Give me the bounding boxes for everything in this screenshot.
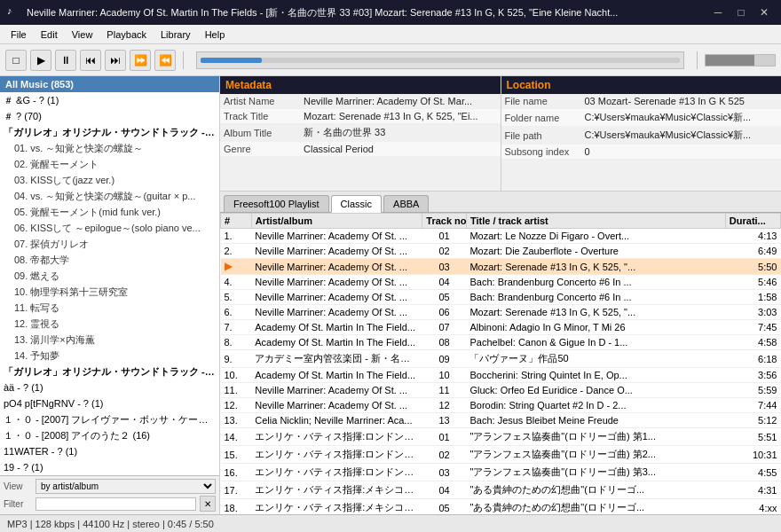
playlist-row-8[interactable]: 9.アカデミー室内管弦楽団 - 新・名曲の...09「パヴァーヌ」作品506:1… (221, 350, 781, 368)
sidebar-item-3[interactable]: 01. vs. ～知覚と快楽の螺旋～ (0, 140, 219, 156)
playlist-row-10[interactable]: 11.Neville Marriner: Academy Of St. ...1… (221, 383, 781, 398)
play-button[interactable]: ▶ (30, 50, 51, 71)
menu-help[interactable]: Help (198, 27, 233, 42)
maximize-button[interactable]: □ (731, 3, 751, 22)
cell-track-4: 05 (422, 290, 467, 305)
main-container: All Music (853) ＃ &G - ? (1)＃ ? (70)「ガリレ… (0, 76, 781, 514)
volume-slider[interactable] (705, 54, 776, 66)
tab-2[interactable]: ABBA (383, 195, 429, 212)
menu-view[interactable]: View (65, 27, 100, 42)
sidebar-item-9[interactable]: 07. 探偵ガリレオ (0, 236, 219, 252)
menu-file[interactable]: File (4, 27, 34, 42)
sidebar-item-16[interactable]: 14. 予知夢 (0, 348, 219, 364)
volume-fill (706, 55, 754, 66)
cell-num-0: 1. (221, 229, 252, 244)
sidebar-item-20[interactable]: １・０ - [2007] フレイヴァー・ボッサ・ケース～オレ... (0, 411, 219, 427)
playlist-row-4[interactable]: 5.Neville Marriner: Academy Of St. ...05… (221, 290, 781, 305)
sidebar-item-17[interactable]: 「ガリレオ」オリジナル・サウンドトラック - 「ガリレ... (0, 364, 219, 379)
col-header-0[interactable]: # (221, 214, 252, 229)
sidebar-tree[interactable]: ＃ &G - ? (1)＃ ? (70)「ガリレオ」オリジナル・サウンドトラック… (0, 92, 219, 475)
playlist-row-15[interactable]: 16.エンリケ・バティス指揮:ロンドン交響楽...03"アランフェス協奏曲"(ロ… (221, 464, 781, 481)
sidebar-item-15[interactable]: 13. 湯川学×内海薫 (0, 332, 219, 348)
sidebar-item-12[interactable]: 10. 物理学科第十三研究室 (0, 284, 219, 300)
col-header-4[interactable]: Durati... (725, 214, 780, 229)
playlist-row-11[interactable]: 12.Neville Marriner: Academy Of St. ...1… (221, 398, 781, 413)
cell-duration-13: 5:51 (725, 428, 780, 446)
playlist-row-17[interactable]: 18.エンリケ・バティス指揮:メキシコ国立交...05"ある貴紳のための幻想曲"… (221, 499, 781, 515)
cell-duration-4: 1:58 (725, 290, 780, 305)
prev-button[interactable]: ⏮ (80, 50, 101, 71)
playlist-row-3[interactable]: 4.Neville Marriner: Academy Of St. ...04… (221, 275, 781, 290)
sidebar-item-5[interactable]: 03. KISSして(jazz ver.) (0, 172, 219, 188)
playlist-container[interactable]: #Artist/albumTrack noTitle / track artis… (220, 213, 781, 514)
menu-edit[interactable]: Edit (34, 27, 65, 42)
view-select[interactable]: by artist/albumby artistby albumby genre… (36, 479, 216, 494)
pause-button[interactable]: ⏸ (55, 50, 76, 71)
cell-duration-17: 4:xx (725, 499, 780, 515)
filter-clear-button[interactable]: ✕ (200, 496, 216, 512)
tab-0[interactable]: Freesoft100 Playlist (224, 195, 329, 212)
sidebar-item-2[interactable]: 「ガリレオ」オリジナル・サウンドトラック - [2007] (0, 124, 219, 140)
playlist-row-1[interactable]: 2.Neville Marriner: Academy Of St. ...02… (221, 244, 781, 259)
cell-num-15: 16. (221, 464, 252, 481)
cell-title-8: 「パヴァーヌ」作品50 (466, 350, 725, 368)
playlist-row-0[interactable]: 1.Neville Marriner: Academy Of St. ...01… (221, 229, 781, 244)
cell-track-10: 11 (422, 383, 467, 398)
filter-label: Filter (4, 499, 32, 509)
meta-field-value-3: 0 (581, 145, 782, 160)
playlist-row-16[interactable]: 17.エンリケ・バティス指揮:メキシコ国立交...04"ある貴紳のための幻想曲"… (221, 481, 781, 499)
playlist-row-6[interactable]: 7.Academy Of St. Martin In The Field...0… (221, 320, 781, 335)
sidebar-item-21[interactable]: １・０ - [2008] アイのうた２ (16) (0, 427, 219, 443)
fastforward-button[interactable]: ⏩ (130, 50, 151, 71)
meta-field-name-2: Album Title (220, 124, 300, 142)
minimize-button[interactable]: ─ (708, 3, 728, 22)
rewind-button[interactable]: ⏪ (154, 50, 176, 71)
cell-title-1: Mozart: Die Zauberflote - Overture (466, 244, 725, 259)
sidebar-item-10[interactable]: 08. 帝都大学 (0, 252, 219, 268)
sidebar-item-6[interactable]: 04. vs. ～知覚と快楽の螺旋～(guitar × p... (0, 188, 219, 204)
playlist-row-12[interactable]: 13.Celia Nicklin; Neville Marriner: Aca.… (221, 413, 781, 428)
filter-input[interactable] (36, 497, 196, 511)
close-button[interactable]: ✕ (754, 3, 774, 22)
cell-artist-0: Neville Marriner: Academy Of St. ... (251, 229, 422, 244)
menu-library[interactable]: Library (154, 27, 198, 42)
menu-playback[interactable]: Playback (99, 27, 154, 42)
tab-1[interactable]: Classic (331, 195, 382, 213)
sidebar-item-1[interactable]: ＃ ? (70) (0, 108, 219, 124)
play-indicator: ▶ (225, 261, 232, 271)
playlist-row-9[interactable]: 10.Academy Of St. Martin In The Field...… (221, 368, 781, 383)
meta-field-value-3: Classical Period (300, 142, 501, 157)
cell-title-3: Bach: Brandenburg Concerto #6 In ... (466, 275, 725, 290)
playlist-row-2[interactable]: ▶Neville Marriner: Academy Of St. ...03M… (221, 259, 781, 275)
playlist-row-7[interactable]: 8.Academy Of St. Martin In The Field...0… (221, 335, 781, 350)
playlist-row-5[interactable]: 6.Neville Marriner: Academy Of St. ...06… (221, 305, 781, 320)
sidebar-item-18[interactable]: àä - ? (1) (0, 379, 219, 395)
sidebar-item-8[interactable]: 06. KISSして ～epilogue～(solo piano ve... (0, 220, 219, 236)
col-header-3[interactable]: Title / track artist (466, 214, 725, 229)
status-text: MP3 | 128 kbps | 44100 Hz | stereo | 0:4… (7, 519, 214, 529)
progress-bar-area[interactable] (196, 51, 684, 69)
sidebar-item-23[interactable]: 19 - ? (1) (0, 459, 219, 475)
col-header-1[interactable]: Artist/album (251, 214, 422, 229)
next-button[interactable]: ⏭ (105, 50, 126, 71)
sidebar-item-4[interactable]: 02. 覚醒モーメント (0, 156, 219, 172)
cell-artist-14: エンリケ・バティス指揮:ロンドン交響楽... (251, 446, 422, 464)
toolbar-separator2 (697, 51, 698, 69)
cell-track-17: 05 (422, 499, 467, 515)
sidebar-item-14[interactable]: 12. 霊視る (0, 316, 219, 332)
cell-duration-6: 7:45 (725, 320, 780, 335)
cell-artist-15: エンリケ・バティス指揮:ロンドン交響楽... (251, 464, 422, 481)
sidebar-item-11[interactable]: 09. 燃える (0, 268, 219, 284)
stop-button[interactable]: □ (5, 50, 27, 71)
sidebar-item-0[interactable]: ＃ &G - ? (1) (0, 92, 219, 108)
sidebar-item-7[interactable]: 05. 覚醒モーメント(mid funk ver.) (0, 204, 219, 220)
col-header-2[interactable]: Track no (422, 214, 467, 229)
playlist-row-14[interactable]: 15.エンリケ・バティス指揮:ロンドン交響楽...02"アランフェス協奏曲"(ロ… (221, 446, 781, 464)
cell-duration-11: 7:44 (725, 398, 780, 413)
sidebar-item-22[interactable]: 11WATER - ? (1) (0, 443, 219, 459)
cell-num-10: 11. (221, 383, 252, 398)
playlist-row-13[interactable]: 14.エンリケ・バティス指揮:ロンドン交響楽...01"アランフェス協奏曲"(ロ… (221, 428, 781, 446)
sidebar-item-19[interactable]: pO4 p[tFNgRNV - ? (1) (0, 395, 219, 411)
progress-fill (201, 58, 262, 63)
sidebar-item-13[interactable]: 11. 転写る (0, 300, 219, 316)
